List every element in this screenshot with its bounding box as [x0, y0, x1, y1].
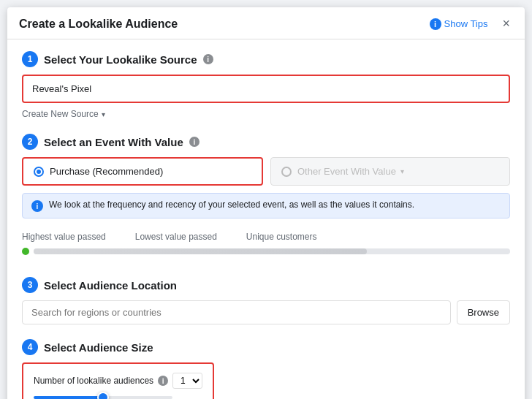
section3-header: 3 Select Audience Location [22, 277, 510, 293]
size-info-icon[interactable]: i [158, 376, 168, 386]
section-event-value: 2 Select an Event With Value i Purchase … [22, 134, 510, 262]
metric-label-3: Unique customers [246, 232, 317, 242]
metric-label-2: Lowest value passed [135, 232, 217, 242]
search-location-row: Browse [22, 300, 510, 324]
section2-title: Select an Event With Value [44, 136, 183, 148]
green-dot [22, 248, 29, 255]
modal-container: Create a Lookalike Audience i Show Tips … [7, 7, 525, 399]
lookalike-count-label: Number of lookalike audiences [34, 376, 153, 386]
section-lookalike-source: 1 Select Your Lookalike Source i Create … [22, 51, 510, 119]
info-banner-text: We look at the frequency and recency of … [49, 200, 414, 210]
browse-button[interactable]: Browse [457, 300, 510, 324]
purchase-radio [34, 167, 44, 177]
radio-dot-inner [37, 170, 41, 174]
step1-circle: 1 [22, 51, 38, 67]
metrics-labels: Highest value passed Lowest value passed… [22, 232, 510, 242]
modal-body: 1 Select Your Lookalike Source i Create … [7, 39, 525, 399]
section1-header: 1 Select Your Lookalike Source i [22, 51, 510, 67]
section3-title: Select Audience Location [44, 279, 177, 292]
step3-circle: 3 [22, 277, 38, 293]
show-tips-label: Show Tips [444, 18, 488, 29]
other-event-label: Other Event With Value [297, 166, 396, 177]
audience-slider-container [34, 396, 172, 399]
event-metrics: Highest value passed Lowest value passed… [22, 226, 510, 262]
section4-title: Select Audience Size [44, 341, 153, 354]
other-event-arrow: ▾ [400, 167, 404, 175]
other-event-option[interactable]: Other Event With Value ▾ [270, 157, 510, 186]
metrics-bar-row [22, 248, 510, 255]
create-new-source-label: Create New Source [22, 109, 99, 119]
source-input[interactable] [23, 76, 509, 102]
purchase-label: Purchase (Recommended) [50, 166, 163, 177]
other-radio [281, 167, 292, 177]
section2-info-icon[interactable]: i [189, 137, 200, 147]
close-button[interactable]: × [499, 16, 513, 31]
info-banner: i We look at the frequency and recency o… [22, 193, 510, 218]
create-new-source-button[interactable]: Create New Source ▾ [22, 109, 105, 119]
section2-header: 2 Select an Event With Value i [22, 134, 510, 150]
chevron-down-icon: ▾ [102, 110, 105, 118]
slider-track [34, 396, 172, 399]
section1-info-icon[interactable]: i [203, 54, 213, 64]
metric-label-1: Highest value passed [22, 232, 106, 242]
step4-circle: 4 [22, 339, 38, 355]
location-search-input[interactable] [22, 300, 451, 324]
show-tips-button[interactable]: i Show Tips [430, 18, 488, 30]
slider-thumb[interactable] [97, 392, 109, 399]
audience-count-dropdown[interactable]: 1 2 3 [172, 373, 202, 389]
modal-title: Create a Lookalike Audience [19, 18, 178, 31]
section-audience-size: 4 Select Audience Size Number of lookali… [22, 339, 510, 399]
audience-size-box: Number of lookalike audiences i 1 2 3 [22, 362, 214, 399]
section-audience-location: 3 Select Audience Location Browse [22, 277, 510, 324]
step2-circle: 2 [22, 134, 38, 150]
section1-title: Select Your Lookalike Source [44, 53, 197, 66]
modal-header: Create a Lookalike Audience i Show Tips … [7, 7, 525, 39]
purchase-event-option[interactable]: Purchase (Recommended) [22, 157, 263, 186]
other-event-dropdown[interactable]: Other Event With Value ▾ [297, 166, 404, 177]
audience-size-row: Number of lookalike audiences i 1 2 3 [34, 373, 202, 389]
event-selection-row: Purchase (Recommended) Other Event With … [22, 157, 510, 186]
source-input-wrapper [22, 75, 510, 103]
tips-icon: i [430, 18, 441, 30]
metrics-bar [34, 248, 510, 254]
section4-header: 4 Select Audience Size [22, 339, 510, 355]
info-banner-icon: i [31, 200, 43, 212]
